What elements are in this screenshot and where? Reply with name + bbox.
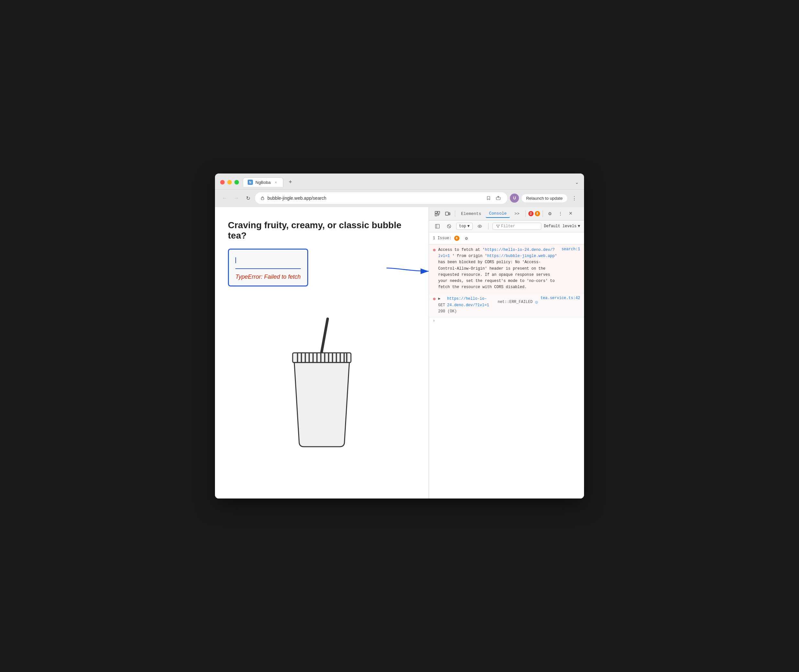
bookmark-icon[interactable] [485,194,492,202]
get-method: ▶ GET [438,296,445,308]
top-label: top [459,224,466,229]
expand-console-arrow[interactable]: › [429,318,584,324]
devtools-panel: Elements Console >> 2 8 ⚙ ⋮ × [429,207,584,499]
network-info-icon[interactable]: i [535,300,538,305]
inspect-element-icon[interactable] [433,209,442,218]
address-icons [485,194,502,202]
toolbar-separator-3 [543,210,543,217]
minimize-traffic-light[interactable] [227,180,232,184]
tab-favicon: N [248,180,253,185]
warn-badge: 8 [535,211,540,216]
page-heading: Craving fruity, creamy, or classic bubbl… [228,220,416,241]
devtools-toolbar: Elements Console >> 2 8 ⚙ ⋮ × [429,207,584,221]
issues-label: 1 Issue: [433,236,452,240]
tab-chevron-icon[interactable]: ⌄ [575,180,579,185]
svg-rect-20 [435,214,437,216]
svg-rect-19 [438,211,440,213]
tab-area: N NgBoba × + ⌄ [243,178,579,187]
context-dropdown-icon: ▼ [468,224,470,229]
back-button[interactable]: ← [220,194,229,203]
forward-button[interactable]: → [232,194,241,203]
eye-icon[interactable] [475,222,484,231]
default-levels-label: Default levels [544,224,576,229]
console-toolbar: top ▼ Filter Default lev [429,221,584,232]
svg-rect-23 [436,224,439,228]
title-bar: N NgBoba × + ⌄ [215,173,584,190]
content-area: Craving fruity, creamy, or classic bubbl… [215,207,584,499]
new-tab-button[interactable]: + [286,178,295,187]
error-icon-cors: ⊗ [433,247,436,253]
cursor-indicator [235,258,236,263]
cors-source-link[interactable]: search:1 [561,247,580,251]
get-entry-content: ▶ GET https://hello-io-24.deno.dev/?lvl=… [438,296,538,315]
error-count-badge: 2 [528,211,533,216]
svg-point-27 [479,226,480,227]
issues-settings-icon[interactable]: ⚙ [462,234,471,243]
webpage: Craving fruity, creamy, or classic bubbl… [215,207,429,499]
tab-console[interactable]: Console [486,210,510,218]
console-entry-cors: ⊗ Access to fetch at 'https://hello-io-2… [429,245,584,293]
net-error: net::ERR_FAILED [498,299,533,305]
get-row: ▶ GET https://hello-io-24.deno.dev/?lvl=… [438,296,538,308]
settings-icon[interactable]: ⚙ [546,209,554,218]
toolbar-separator-2 [525,210,526,217]
error-icon-get: ⊗ [433,296,436,302]
search-input-container [235,255,301,269]
cors-suffix: ' has been blocked by CORS policy: No 'A… [438,254,557,290]
console-toolbar-sep [488,223,488,229]
error-message: TypeError: Failed to fetch [235,274,301,280]
console-output: ⊗ Access to fetch at 'https://hello-io-2… [429,245,584,499]
status-200: 200 (OK) [438,309,457,314]
url-display: bubble-jingle.web.app/search [267,195,482,201]
search-box: TypeError: Failed to fetch [228,249,308,286]
cors-prefix: Access to fetch at ' [438,248,485,252]
warn-count-badge: 8 [535,211,540,216]
cors-entry-content: Access to fetch at 'https://hello-io-24.… [438,247,559,290]
tab-title: NgBoba [255,180,271,185]
svg-rect-0 [261,198,264,200]
more-options-icon[interactable]: ⋮ [570,194,579,203]
active-tab[interactable]: N NgBoba × [243,178,283,187]
address-bar: ← → ↻ bubble-jingle.web.app/search [215,190,584,207]
maximize-traffic-light[interactable] [234,180,239,184]
console-entry-get: ⊗ ▶ GET https://hello-io-24.deno.dev/?lv… [429,293,584,318]
tab-more[interactable]: >> [511,210,523,218]
console-sidebar-icon[interactable] [433,222,442,231]
svg-rect-22 [449,213,450,215]
cors-url2-link[interactable]: https://bubble-jingle.web.app [487,254,555,258]
browser-window: N NgBoba × + ⌄ ← → ↻ bubble-jingle.web.a… [215,173,584,499]
get-url-link[interactable]: https://hello-io-24.deno.dev/?lvl=1 [447,296,496,308]
get-entry-header: ⊗ ▶ GET https://hello-io-24.deno.dev/?lv… [433,296,580,315]
svg-line-26 [448,225,450,227]
user-avatar[interactable]: U [510,194,519,203]
more-tools-icon[interactable]: ⋮ [556,209,565,218]
close-traffic-light[interactable] [220,180,225,184]
status-row: 200 (OK) [438,309,538,315]
filter-input[interactable]: Filter [492,223,541,230]
address-input[interactable]: bubble-jingle.web.app/search [255,192,507,204]
devtools-close-icon[interactable]: × [566,209,575,218]
cors-middle: ' from origin ' [450,254,487,258]
search-section: TypeError: Failed to fetch [228,249,308,286]
default-levels-chevron: ▼ [578,224,580,229]
filter-placeholder: Filter [501,224,515,229]
share-icon[interactable] [494,194,502,202]
refresh-button[interactable]: ↻ [243,194,253,203]
arrow-annotation [387,262,432,281]
tab-elements[interactable]: Elements [458,210,484,218]
cors-entry-header: ⊗ Access to fetch at 'https://hello-io-2… [433,247,580,290]
toolbar-separator [455,210,455,217]
clear-console-icon[interactable] [445,222,453,231]
context-selector[interactable]: top ▼ [456,223,473,230]
svg-text:i: i [536,302,537,304]
error-badge: 2 [528,211,533,216]
issues-bar: 1 Issue: 8 ⚙ [429,232,584,245]
filter-icon [496,224,500,228]
tab-close-button[interactable]: × [273,180,279,185]
traffic-lights [220,180,239,184]
get-source-link[interactable]: tea.service.ts:42 [541,296,580,301]
device-toolbar-icon[interactable] [443,209,452,218]
relaunch-button[interactable]: Relaunch to update [522,194,567,202]
default-levels-dropdown[interactable]: Default levels ▼ [544,224,580,229]
security-icon [260,196,265,200]
